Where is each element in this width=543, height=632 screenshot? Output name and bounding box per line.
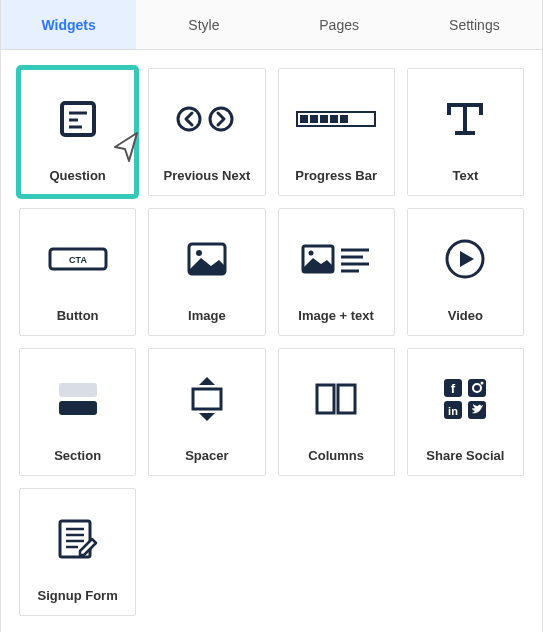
widget-columns[interactable]: Columns bbox=[278, 348, 395, 476]
spacer-icon bbox=[149, 349, 264, 448]
svg-text:f: f bbox=[451, 381, 456, 396]
tab-label: Settings bbox=[449, 17, 500, 33]
svg-point-32 bbox=[481, 381, 484, 384]
svg-rect-11 bbox=[340, 115, 348, 123]
share-social-icon: f in bbox=[408, 349, 523, 448]
section-icon bbox=[20, 349, 135, 448]
widget-image[interactable]: Image bbox=[148, 208, 265, 336]
tab-label: Widgets bbox=[41, 17, 95, 33]
tab-pages[interactable]: Pages bbox=[272, 0, 407, 49]
svg-point-5 bbox=[210, 108, 232, 130]
svg-rect-10 bbox=[330, 115, 338, 123]
tabs: Widgets Style Pages Settings bbox=[1, 0, 542, 50]
widget-label: Share Social bbox=[426, 448, 504, 475]
button-cta-icon: CTA bbox=[20, 209, 135, 308]
tab-label: Style bbox=[188, 17, 219, 33]
widget-button[interactable]: CTA Button bbox=[19, 208, 136, 336]
svg-rect-26 bbox=[317, 385, 334, 413]
widget-label: Video bbox=[448, 308, 483, 335]
svg-rect-8 bbox=[310, 115, 318, 123]
widget-question[interactable]: Question bbox=[19, 68, 136, 196]
widget-label: Signup Form bbox=[38, 588, 118, 615]
image-icon bbox=[149, 209, 264, 308]
tab-settings[interactable]: Settings bbox=[407, 0, 542, 49]
video-icon bbox=[408, 209, 523, 308]
svg-text:CTA: CTA bbox=[69, 255, 87, 265]
tab-style[interactable]: Style bbox=[136, 0, 271, 49]
tab-widgets[interactable]: Widgets bbox=[1, 0, 136, 49]
widget-spacer[interactable]: Spacer bbox=[148, 348, 265, 476]
svg-rect-9 bbox=[320, 115, 328, 123]
widget-image-text[interactable]: Image + text bbox=[278, 208, 395, 336]
prev-next-icon bbox=[149, 69, 264, 168]
widget-progress-bar[interactable]: Progress Bar bbox=[278, 68, 395, 196]
svg-point-4 bbox=[178, 108, 200, 130]
widget-share-social[interactable]: f in Share Social bbox=[407, 348, 524, 476]
svg-rect-30 bbox=[468, 379, 486, 397]
widget-label: Question bbox=[49, 168, 105, 195]
question-icon bbox=[20, 69, 135, 168]
svg-point-17 bbox=[309, 250, 314, 255]
svg-rect-27 bbox=[338, 385, 355, 413]
widget-signup-form[interactable]: Signup Form bbox=[19, 488, 136, 616]
widget-label: Progress Bar bbox=[295, 168, 377, 195]
svg-text:in: in bbox=[448, 405, 458, 417]
widget-label: Previous Next bbox=[164, 168, 251, 195]
tab-label: Pages bbox=[319, 17, 359, 33]
widgets-grid: Question Previous Next bbox=[1, 50, 542, 632]
svg-rect-7 bbox=[300, 115, 308, 123]
signup-form-icon bbox=[20, 489, 135, 588]
svg-rect-25 bbox=[193, 389, 221, 409]
columns-icon bbox=[279, 349, 394, 448]
svg-rect-23 bbox=[59, 383, 97, 397]
widget-label: Text bbox=[452, 168, 478, 195]
widget-label: Columns bbox=[308, 448, 364, 475]
image-text-icon bbox=[279, 209, 394, 308]
text-icon bbox=[408, 69, 523, 168]
widget-label: Spacer bbox=[185, 448, 228, 475]
widget-section[interactable]: Section bbox=[19, 348, 136, 476]
svg-rect-24 bbox=[59, 401, 97, 415]
progress-bar-icon bbox=[279, 69, 394, 168]
widget-text[interactable]: Text bbox=[407, 68, 524, 196]
widget-label: Button bbox=[57, 308, 99, 335]
widgets-panel: Widgets Style Pages Settings Question bbox=[0, 0, 543, 632]
widget-video[interactable]: Video bbox=[407, 208, 524, 336]
widget-label: Image + text bbox=[298, 308, 374, 335]
svg-point-15 bbox=[196, 250, 202, 256]
widget-previous-next[interactable]: Previous Next bbox=[148, 68, 265, 196]
widget-label: Section bbox=[54, 448, 101, 475]
widget-label: Image bbox=[188, 308, 226, 335]
